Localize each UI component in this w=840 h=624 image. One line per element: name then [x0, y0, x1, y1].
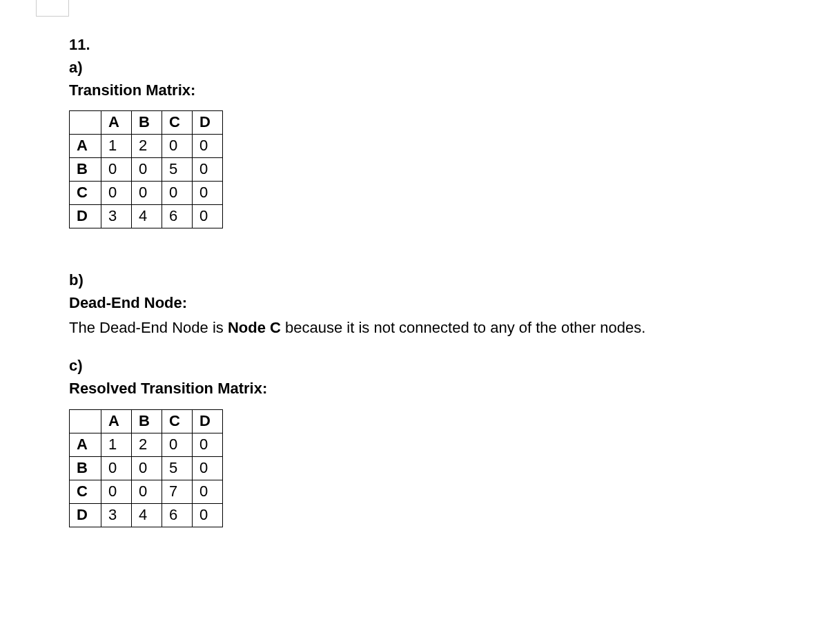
row-header: A — [70, 135, 101, 158]
col-header: D — [193, 409, 223, 433]
row-header: A — [70, 433, 101, 456]
matrix-cell: 6 — [162, 205, 193, 228]
explanation-text-before: The Dead-End Node is — [69, 319, 228, 336]
table-row: B 0 0 5 0 — [70, 158, 223, 182]
matrix-cell: 0 — [132, 456, 162, 480]
table-row: D 3 4 6 0 — [70, 503, 223, 527]
matrix-cell: 7 — [162, 480, 193, 503]
matrix-cell: 2 — [132, 135, 162, 158]
transition-matrix-a: A B C D A 1 2 0 0 B 0 0 5 0 C 0 0 0 0 D — [69, 110, 223, 228]
matrix-cell: 3 — [101, 205, 132, 228]
part-b-title: Dead-End Node: — [69, 293, 812, 314]
matrix-cell: 0 — [193, 205, 223, 228]
col-header: C — [162, 111, 193, 135]
row-header: B — [70, 158, 101, 182]
document-content: 11. a) Transition Matrix: A B C D A 1 2 … — [69, 35, 812, 527]
matrix-cell: 0 — [193, 135, 223, 158]
col-header: C — [162, 409, 193, 433]
question-number: 11. — [69, 35, 812, 56]
matrix-cell: 0 — [132, 480, 162, 503]
matrix-cell: 1 — [101, 433, 132, 456]
matrix-cell: 0 — [132, 182, 162, 205]
matrix-cell: 5 — [162, 456, 193, 480]
page-tab-marker — [36, 0, 69, 17]
col-header: B — [132, 409, 162, 433]
table-row: D 3 4 6 0 — [70, 205, 223, 228]
col-header: D — [193, 111, 223, 135]
matrix-cell: 0 — [132, 158, 162, 182]
explanation-text-after: because it is not connected to any of th… — [281, 319, 645, 336]
row-header: D — [70, 503, 101, 527]
matrix-corner — [70, 111, 101, 135]
matrix-cell: 0 — [193, 158, 223, 182]
part-c-label: c) — [69, 355, 812, 377]
matrix-cell: 6 — [162, 503, 193, 527]
matrix-cell: 0 — [101, 456, 132, 480]
matrix-cell: 0 — [193, 182, 223, 205]
matrix-cell: 5 — [162, 158, 193, 182]
table-row: B 0 0 5 0 — [70, 456, 223, 480]
explanation-bold: Node C — [228, 319, 281, 336]
matrix-cell: 0 — [162, 182, 193, 205]
part-a-label: a) — [69, 57, 812, 79]
part-c-title: Resolved Transition Matrix: — [69, 378, 812, 400]
matrix-cell: 0 — [101, 480, 132, 503]
row-header: B — [70, 456, 101, 480]
matrix-cell: 0 — [162, 433, 193, 456]
matrix-cell: 0 — [193, 433, 223, 456]
part-a-title: Transition Matrix: — [69, 80, 812, 101]
matrix-cell: 2 — [132, 433, 162, 456]
matrix-cell: 3 — [101, 503, 132, 527]
matrix-cell: 0 — [162, 135, 193, 158]
matrix-cell: 4 — [132, 205, 162, 228]
table-row: C 0 0 0 0 — [70, 182, 223, 205]
matrix-cell: 0 — [193, 480, 223, 503]
col-header: A — [101, 409, 132, 433]
col-header: B — [132, 111, 162, 135]
matrix-cell: 0 — [193, 456, 223, 480]
matrix-cell: 0 — [193, 503, 223, 527]
table-row: C 0 0 7 0 — [70, 480, 223, 503]
transition-matrix-c: A B C D A 1 2 0 0 B 0 0 5 0 C 0 0 7 0 D — [69, 409, 223, 527]
part-b-label: b) — [69, 270, 812, 291]
part-b-explanation: The Dead-End Node is Node C because it i… — [69, 315, 812, 340]
col-header: A — [101, 111, 132, 135]
row-header: C — [70, 480, 101, 503]
row-header: D — [70, 205, 101, 228]
table-row: A 1 2 0 0 — [70, 135, 223, 158]
matrix-cell: 0 — [101, 182, 132, 205]
row-header: C — [70, 182, 101, 205]
matrix-corner — [70, 409, 101, 433]
matrix-cell: 1 — [101, 135, 132, 158]
matrix-cell: 4 — [132, 503, 162, 527]
table-row: A 1 2 0 0 — [70, 433, 223, 456]
matrix-cell: 0 — [101, 158, 132, 182]
